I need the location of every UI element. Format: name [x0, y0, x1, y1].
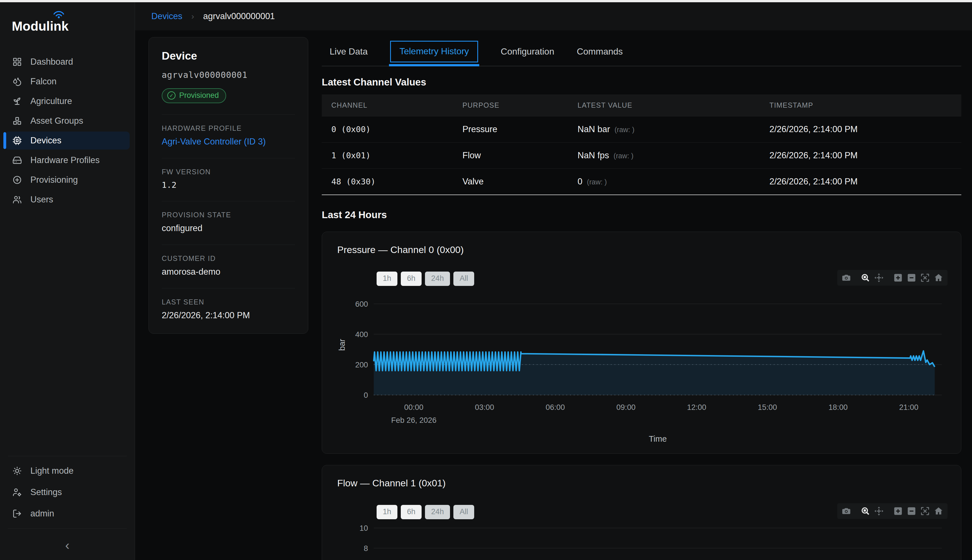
camera-icon[interactable] — [841, 506, 851, 516]
autoscale-icon[interactable] — [920, 506, 930, 516]
range-button-all[interactable]: All — [453, 272, 474, 286]
sidebar-item-devices[interactable]: Devices — [5, 132, 130, 150]
cell-timestamp: 2/26/2026, 2:14:00 PM — [770, 117, 961, 143]
range-button-24h[interactable]: 24h — [425, 505, 450, 519]
divider — [162, 288, 295, 288]
range-button-6h[interactable]: 6h — [401, 505, 422, 519]
col-channel: CHANNEL — [322, 95, 463, 117]
cpu-chip-icon — [12, 136, 22, 145]
zoom-out-icon[interactable] — [907, 506, 917, 516]
range-button-1h[interactable]: 1h — [377, 272, 397, 286]
zoom-in-icon[interactable] — [893, 273, 903, 283]
droplets-icon — [12, 77, 22, 86]
svg-text:12:00: 12:00 — [687, 403, 706, 412]
sidebar-item-label: Asset Groups — [30, 116, 83, 126]
zoom-icon[interactable] — [860, 506, 870, 516]
hardware-profile-link[interactable]: Agri-Valve Controller (ID 3) — [162, 137, 295, 147]
users-icon — [12, 195, 22, 204]
sidebar-item-label: Provisioning — [30, 175, 78, 185]
breadcrumb-separator-icon: › — [191, 12, 194, 21]
pan-icon[interactable] — [874, 273, 884, 283]
pressure-chart[interactable]: 020040060000:00Feb 26, 202603:0006:0009:… — [334, 287, 949, 447]
home-icon[interactable] — [934, 273, 944, 283]
pan-icon[interactable] — [874, 506, 884, 516]
channel-values-table: CHANNEL PURPOSE LATEST VALUE TIMESTAMP 0… — [322, 95, 961, 195]
tab-live-data[interactable]: Live Data — [330, 37, 367, 66]
cell-purpose: Valve — [463, 169, 578, 195]
cell-timestamp: 2/26/2026, 2:14:00 PM — [770, 169, 961, 195]
svg-text:06:00: 06:00 — [546, 403, 565, 412]
home-icon[interactable] — [934, 506, 944, 516]
tab-commands[interactable]: Commands — [577, 37, 623, 66]
svg-text:400: 400 — [355, 330, 368, 339]
sidebar-nav: Dashboard Falcon Agriculture Asset Group… — [0, 51, 135, 210]
sprout-icon — [12, 97, 22, 106]
col-latest-value: LATEST VALUE — [578, 95, 770, 117]
device-summary-card: Device agrvalv000000001 ✓ Provisioned HA… — [149, 37, 308, 334]
autoscale-icon[interactable] — [920, 273, 930, 283]
divider — [162, 114, 295, 115]
tab-telemetry-history[interactable]: Telemetry History — [390, 37, 478, 66]
logout-admin-button[interactable]: admin — [5, 505, 130, 523]
sidebar-item-users[interactable]: Users — [5, 191, 130, 208]
user-gear-icon — [12, 487, 22, 497]
range-button-all[interactable]: All — [453, 505, 474, 519]
svg-text:200: 200 — [355, 360, 368, 369]
flow-chart[interactable]: 1086 — [334, 521, 949, 560]
active-indicator-bar — [3, 132, 6, 149]
raw-value: (raw: ) — [614, 152, 634, 160]
field-label-hardware-profile: HARDWARE PROFILE — [162, 124, 295, 132]
pressure-chart-card: Pressure — Channel 0 (0x00) 1h 6h 24h Al… — [322, 232, 961, 454]
field-label-fw-version: FW VERSION — [162, 168, 295, 176]
divider — [8, 528, 127, 528]
tab-configuration[interactable]: Configuration — [501, 37, 554, 66]
sidebar-item-label: Agriculture — [30, 96, 72, 106]
cell-latest-value: NaN bar(raw: ) — [578, 117, 770, 143]
cell-latest-value: 0(raw: ) — [578, 169, 770, 195]
svg-text:03:00: 03:00 — [475, 403, 494, 412]
svg-text:10: 10 — [359, 524, 368, 533]
raw-value: (raw: ) — [615, 126, 635, 133]
footer-item-label: admin — [30, 508, 54, 519]
sidebar-item-dashboard[interactable]: Dashboard — [5, 53, 130, 71]
range-button-6h[interactable]: 6h — [401, 272, 422, 286]
wifi-icon — [52, 10, 65, 18]
app-root: Modulink Dashboard Falcon Agriculture As… — [0, 2, 972, 560]
sidebar-item-falcon[interactable]: Falcon — [5, 73, 130, 90]
plot-modebar — [837, 503, 947, 519]
range-button-24h[interactable]: 24h — [425, 272, 450, 286]
sidebar-item-label: Hardware Profiles — [30, 155, 100, 165]
svg-text:00:00: 00:00 — [404, 403, 423, 412]
sidebar-item-asset-groups[interactable]: Asset Groups — [5, 112, 130, 130]
table-row: 1 (0x01) Flow NaN fps(raw: ) 2/26/2026, … — [322, 143, 961, 169]
camera-icon[interactable] — [841, 273, 851, 283]
sidebar-item-label: Dashboard — [30, 57, 73, 67]
footer-item-label: Settings — [30, 487, 62, 497]
range-selector: 1h 6h 24h All — [377, 505, 474, 519]
dashboard-grid-icon — [12, 57, 22, 67]
settings-button[interactable]: Settings — [5, 483, 130, 501]
range-button-1h[interactable]: 1h — [377, 505, 397, 519]
sidebar-item-agriculture[interactable]: Agriculture — [5, 92, 130, 110]
zoom-out-icon[interactable] — [907, 273, 917, 283]
svg-text:Feb 26, 2026: Feb 26, 2026 — [391, 416, 436, 425]
svg-text:bar: bar — [337, 339, 346, 351]
divider — [162, 245, 295, 245]
zoom-in-icon[interactable] — [893, 506, 903, 516]
check-circle-icon: ✓ — [167, 92, 175, 100]
field-label-last-seen: LAST SEEN — [162, 298, 295, 306]
logout-icon — [12, 509, 22, 518]
cubes-icon — [12, 116, 22, 126]
device-detail-panel: Live Data Telemetry History Configuratio… — [322, 37, 961, 560]
device-id: agrvalv000000001 — [162, 70, 295, 80]
svg-text:8: 8 — [364, 544, 368, 553]
sidebar-item-provisioning[interactable]: Provisioning — [5, 171, 130, 189]
sidebar-item-hardware-profiles[interactable]: Hardware Profiles — [5, 151, 130, 169]
main-area: Devices › agrvalv000000001 Device agrval… — [135, 2, 972, 560]
footer-item-label: Light mode — [30, 466, 73, 476]
light-mode-toggle[interactable]: Light mode — [5, 462, 130, 480]
breadcrumb-devices-link[interactable]: Devices — [151, 11, 182, 22]
svg-text:09:00: 09:00 — [616, 403, 635, 412]
zoom-icon[interactable] — [860, 273, 870, 283]
sidebar-collapse-button[interactable]: ‹ — [0, 532, 135, 560]
